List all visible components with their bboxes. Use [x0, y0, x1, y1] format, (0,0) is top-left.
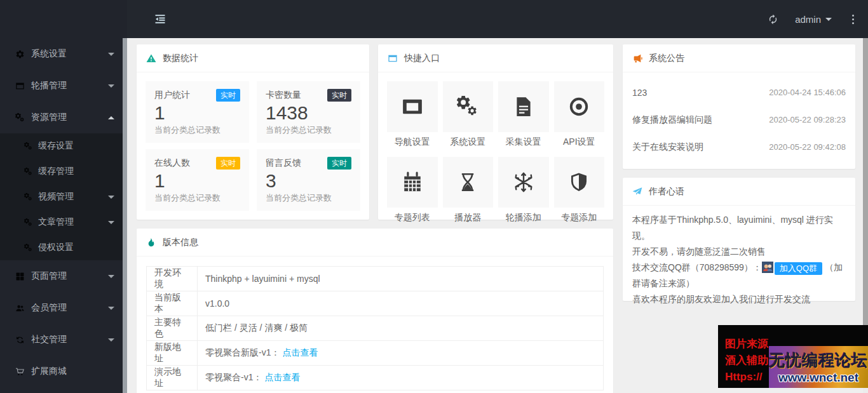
quick-item-collection-settings[interactable]: 采集设置	[498, 81, 549, 148]
version-info-card: 版本信息 开发环境 Thinkphp + layuimini + mysql 当…	[137, 229, 613, 393]
announcement-item[interactable]: 修复播放器编辑问题 2020-05-22 09:28:23	[632, 106, 846, 133]
author-line2: 开发不易，请勿随意泛滥二次销售	[632, 246, 766, 256]
announcement-item[interactable]: 123 2020-04-24 15:46:06	[632, 79, 846, 106]
cogs-icon	[24, 218, 32, 227]
quick-item-label: 采集设置	[498, 137, 549, 148]
sidebar-item-label: 资源管理	[31, 112, 67, 123]
quick-item-topic-add[interactable]: 专题添加	[554, 157, 605, 223]
sidebar-submenu-resource: 缓存设置 缓存管理 视频管理 文章管理 侵权设置	[0, 133, 127, 260]
paper-plane-icon	[632, 187, 642, 197]
card-title: 版本信息	[163, 237, 198, 248]
sidebar-item-extension-mall[interactable]: 扩展商城	[0, 356, 127, 387]
gear-icon	[15, 50, 25, 59]
grid-icon	[15, 272, 25, 281]
topbar: admin	[127, 0, 868, 38]
chevron-down-icon	[108, 307, 114, 310]
quick-item-system-settings[interactable]: 系统设置	[443, 81, 494, 148]
quick-entry-card: 快捷入口 导航设置 系统设置 采集设置 API设置 专题列表 播放器 轮播添	[378, 44, 613, 220]
card-header: 快捷入口	[378, 44, 613, 72]
sidebar-item-cache-settings[interactable]: 缓存设置	[0, 133, 127, 159]
refresh-icon[interactable]	[768, 14, 778, 25]
table-row: 主要特色 低门栏 / 灵活 / 清爽 / 极简	[147, 316, 604, 341]
recycle-icon	[15, 335, 25, 345]
forum-watermark-badge: 无忧编程论坛 www.wnct.net	[769, 346, 868, 388]
sidebar-item-page-management[interactable]: 页面管理	[0, 260, 127, 292]
join-qq-group-button[interactable]: 加入QQ群	[775, 262, 822, 275]
cogs-icon	[24, 244, 32, 252]
announcement-text: 修复播放器编辑问题	[632, 114, 712, 126]
author-words-card: 作者心语 本程序基于Thinkphp.5.0、layuimini、mysql 进…	[623, 178, 855, 301]
more-options-button[interactable]	[848, 13, 858, 25]
stat-desc: 当前分类总记录数	[266, 124, 351, 136]
sidebar-item-cache-management[interactable]: 缓存管理	[0, 159, 127, 184]
cogs-icon	[24, 193, 32, 201]
quick-item-label: 导航设置	[387, 137, 438, 148]
sidebar-item-label: 缓存管理	[38, 166, 74, 177]
author-line3-prefix: 技术交流QQ群（708298599）：	[632, 262, 762, 272]
announcement-item[interactable]: 关于在线安装说明 2020-05-22 09:42:08	[632, 133, 846, 161]
quick-item-api-settings[interactable]: API设置	[554, 81, 605, 148]
sidebar-item-resource-management[interactable]: 资源管理	[0, 102, 127, 133]
card-header: 系统公告	[623, 44, 855, 72]
sidebar-item-infringement-settings[interactable]: 侵权设置	[0, 235, 127, 260]
quick-item-topic-list[interactable]: 专题列表	[387, 157, 438, 223]
username: admin	[795, 14, 821, 25]
sidebar-scrollbar[interactable]	[123, 38, 127, 393]
quick-item-nav-settings[interactable]: 导航设置	[387, 81, 438, 148]
chevron-down-icon	[825, 18, 832, 21]
table-row: 演示地址 零视聚合-v1：点击查看	[147, 366, 604, 390]
forum-watermark-title: 无忧编程论坛	[769, 350, 868, 371]
sidebar: 系统设置 轮播管理 资源管理 缓存设置 缓存管理 视频管理	[0, 0, 127, 393]
shield-icon	[568, 171, 590, 193]
chevron-down-icon	[108, 84, 114, 88]
window-icon	[388, 53, 398, 63]
sidebar-item-social-management[interactable]: 社交管理	[0, 324, 127, 356]
chevron-down-icon	[108, 221, 114, 224]
cogs-icon	[24, 142, 32, 150]
sidebar-item-member-management[interactable]: 会员管理	[0, 292, 127, 324]
row-value: 零视聚合-v1：	[205, 372, 262, 382]
chevron-down-icon	[108, 196, 114, 199]
quick-item-player[interactable]: 播放器	[443, 157, 494, 223]
card-title: 快捷入口	[404, 53, 440, 64]
author-text: 本程序基于Thinkphp.5.0、layuimini、mysql 进行实现。 …	[623, 206, 855, 314]
sidebar-toggle-button[interactable]	[154, 13, 166, 25]
quick-item-label: 播放器	[443, 212, 494, 223]
scrollbar-thumb[interactable]	[863, 38, 868, 356]
view-link[interactable]: 点击查看	[282, 347, 318, 357]
cart-icon	[15, 367, 25, 376]
sidebar-item-video-management[interactable]: 视频管理	[0, 184, 127, 210]
data-statistics-card: 数据统计 用户统计 实时 1 当前分类总记录数 卡密数量 实时 1438 当前分…	[137, 44, 369, 220]
megaphone-icon	[632, 53, 642, 63]
sidebar-item-label: 轮播管理	[31, 80, 67, 91]
status-badge: 实时	[327, 157, 351, 170]
table-row: 当前版本 v1.0.0	[147, 291, 604, 316]
sidebar-item-label: 社交管理	[31, 334, 67, 345]
watermark-line2: 酒入辅助	[725, 352, 768, 369]
status-badge: 实时	[327, 89, 351, 102]
row-value: v1.0.0	[205, 298, 229, 309]
stat-label: 卡密数量	[266, 90, 301, 101]
quick-item-label: 专题列表	[387, 212, 438, 223]
sidebar-item-carousel-management[interactable]: 轮播管理	[0, 70, 127, 102]
chevron-down-icon	[108, 338, 114, 342]
card-title: 作者心语	[649, 186, 684, 197]
sidebar-item-system-settings[interactable]: 系统设置	[0, 38, 127, 70]
sidebar-item-label: 扩展商城	[31, 366, 67, 377]
stat-box-card-keys: 卡密数量 实时 1438 当前分类总记录数	[257, 81, 360, 143]
users-icon	[15, 303, 25, 313]
watermark-overlay: 图片来源 酒入辅助 Https:// 无忧编程论坛 www.wnct.net	[718, 325, 868, 388]
quick-item-label: 轮播添加	[498, 212, 549, 223]
row-value: Thinkphp + layuimini + mysql	[205, 274, 320, 284]
quick-item-label: API设置	[554, 137, 605, 148]
sidebar-item-article-management[interactable]: 文章管理	[0, 210, 127, 235]
cogs-icon	[457, 96, 478, 117]
announcement-time: 2020-05-22 09:28:23	[769, 115, 846, 124]
stat-label: 在线人数	[154, 157, 190, 169]
chevron-down-icon	[108, 275, 114, 278]
author-line1: 本程序基于Thinkphp.5.0、layuimini、mysql 进行实现。	[632, 215, 833, 241]
view-link[interactable]: 点击查看	[264, 372, 300, 382]
user-menu[interactable]: admin	[795, 14, 832, 25]
quick-item-carousel-add[interactable]: 轮播添加	[498, 157, 549, 223]
stat-label: 留言反馈	[266, 157, 301, 169]
